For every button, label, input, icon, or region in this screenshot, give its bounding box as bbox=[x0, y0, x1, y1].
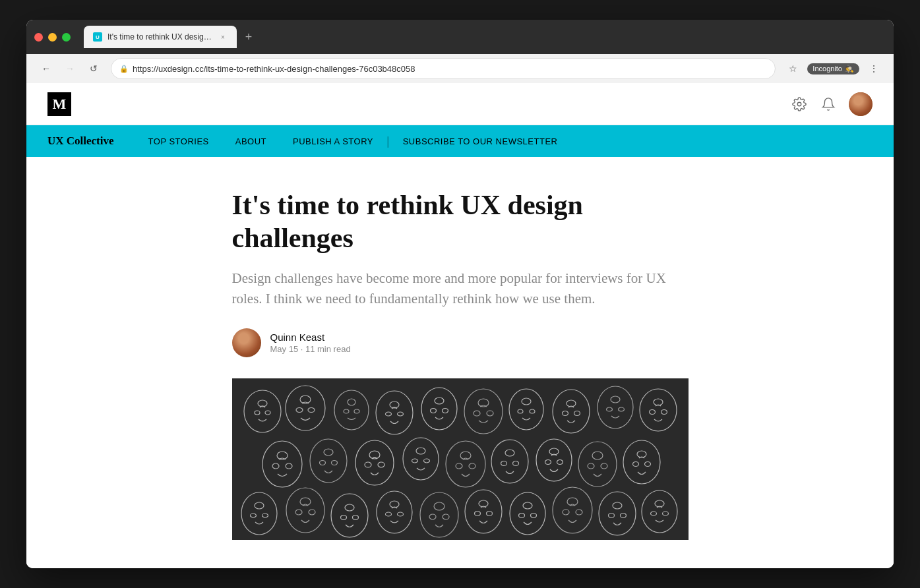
author-row: Quinn Keast May 15 · 11 min read bbox=[232, 328, 689, 357]
tab-bar: U It's time to rethink UX design c × + bbox=[84, 26, 886, 48]
ux-collective-brand[interactable]: UX Collective bbox=[47, 134, 114, 148]
article-subtitle: Design challenges have become more and m… bbox=[232, 268, 689, 310]
maximize-button[interactable] bbox=[62, 33, 71, 42]
tab-close-button[interactable]: × bbox=[218, 32, 228, 42]
minimize-button[interactable] bbox=[48, 33, 57, 42]
incognito-icon: 🕵 bbox=[845, 65, 854, 73]
toolbar-right: ☆ Incognito 🕵 ⋮ bbox=[783, 59, 883, 78]
ux-collective-nav: UX Collective TOP STORIES ABOUT PUBLISH … bbox=[26, 125, 894, 157]
close-button[interactable] bbox=[34, 33, 43, 42]
traffic-lights bbox=[34, 33, 71, 42]
nav-buttons: ← → ↺ bbox=[37, 59, 103, 78]
title-bar: U It's time to rethink UX design c × + bbox=[26, 20, 894, 54]
header-icons bbox=[791, 92, 873, 116]
incognito-label: Incognito bbox=[813, 65, 842, 73]
author-meta: May 15 · 11 min read bbox=[270, 344, 351, 354]
browser-window: U It's time to rethink UX design c × + ←… bbox=[26, 20, 894, 568]
article-area: It's time to rethink UX design challenge… bbox=[26, 157, 894, 568]
user-avatar[interactable] bbox=[849, 92, 873, 116]
medium-header: M bbox=[26, 83, 894, 125]
ux-nav-links: TOP STORIES ABOUT PUBLISH A STORY | SUBS… bbox=[135, 134, 571, 148]
mural-svg bbox=[232, 378, 689, 540]
avatar-image bbox=[849, 92, 873, 116]
menu-button[interactable]: ⋮ bbox=[865, 59, 883, 78]
tab-title: It's time to rethink UX design c bbox=[107, 32, 213, 42]
author-avatar[interactable] bbox=[232, 328, 261, 357]
back-button[interactable]: ← bbox=[37, 59, 55, 78]
nav-link-newsletter[interactable]: SUBSCRIBE TO OUR NEWSLETTER bbox=[390, 136, 571, 146]
article-image bbox=[232, 378, 689, 540]
forward-button[interactable]: → bbox=[61, 59, 79, 78]
incognito-badge: Incognito 🕵 bbox=[807, 63, 859, 74]
notifications-icon[interactable] bbox=[820, 96, 837, 113]
medium-logo[interactable]: M bbox=[47, 92, 71, 116]
tab-favicon: U bbox=[93, 32, 102, 42]
address-bar: ← → ↺ 🔒 https://uxdesign.cc/its-time-to-… bbox=[26, 54, 894, 83]
svg-point-0 bbox=[797, 102, 801, 106]
bookmark-button[interactable]: ☆ bbox=[783, 59, 802, 78]
article-container: It's time to rethink UX design challenge… bbox=[216, 157, 704, 540]
nav-link-publish[interactable]: PUBLISH A STORY bbox=[280, 136, 386, 146]
lock-icon: 🔒 bbox=[119, 65, 129, 73]
settings-icon[interactable] bbox=[791, 96, 808, 113]
active-tab[interactable]: U It's time to rethink UX design c × bbox=[84, 26, 237, 48]
author-info: Quinn Keast May 15 · 11 min read bbox=[270, 332, 351, 354]
page-content: M U bbox=[26, 83, 894, 568]
url-text: https://uxdesign.cc/its-time-to-rethink-… bbox=[133, 64, 415, 74]
author-name[interactable]: Quinn Keast bbox=[270, 332, 351, 343]
article-title: It's time to rethink UX design challenge… bbox=[232, 189, 689, 255]
nav-link-about[interactable]: ABOUT bbox=[222, 136, 280, 146]
url-bar[interactable]: 🔒 https://uxdesign.cc/its-time-to-rethin… bbox=[111, 58, 776, 79]
nav-link-top-stories[interactable]: TOP STORIES bbox=[135, 136, 222, 146]
new-tab-button[interactable]: + bbox=[239, 28, 258, 46]
reload-button[interactable]: ↺ bbox=[84, 59, 103, 78]
